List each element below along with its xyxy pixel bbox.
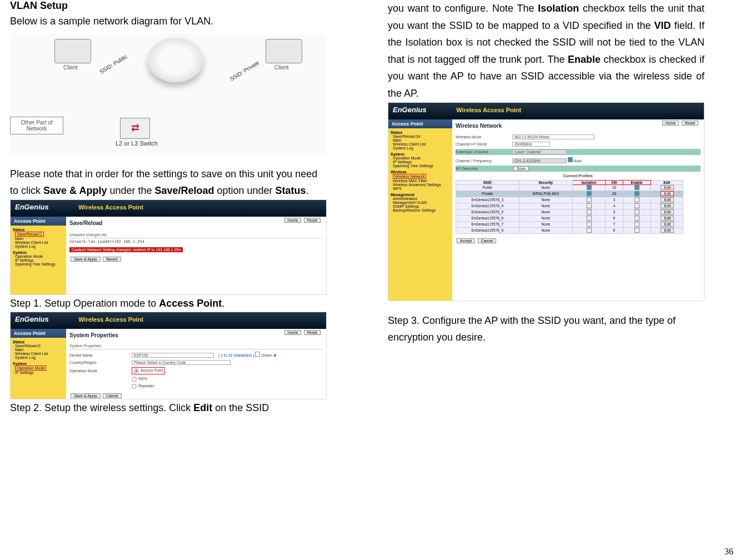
table-row: EnGenius115578_3None3Edit (456, 197, 683, 203)
green-checkbox[interactable] (255, 352, 260, 357)
checkbox[interactable] (587, 197, 592, 202)
ui3-it-mvlan[interactable]: Management VLAN (393, 201, 452, 204)
ui3-it-backup[interactable]: Backup/Restore Settings (393, 208, 452, 212)
edit-button[interactable]: Edit (661, 228, 674, 233)
cell-edit: Edit (651, 191, 683, 197)
checkbox[interactable] (587, 216, 592, 221)
ui3-it-stp[interactable]: Spanning Tree Settings (393, 164, 452, 168)
checkbox[interactable] (634, 228, 639, 233)
country-row: Country/Region Please Select a Country C… (69, 360, 323, 365)
edit-button[interactable]: Edit (661, 203, 674, 208)
accept-button[interactable]: Accept (457, 238, 475, 243)
device-name-input[interactable]: EAP150 (132, 353, 214, 358)
ext-select[interactable]: Lower Channel (512, 149, 567, 154)
ui3-topbar: EnGenius Wireless Access Point (388, 103, 704, 119)
ui2-it-wclist[interactable]: Wireless Client List (15, 352, 66, 356)
it-stp[interactable]: Spanning Tree Settings (15, 262, 66, 266)
revert-button[interactable]: Revert (103, 257, 121, 262)
ui3-it-snmp[interactable]: SNMP Settings (393, 204, 452, 208)
checkbox[interactable] (587, 191, 592, 196)
home-button[interactable]: Home (284, 218, 302, 223)
ui3-it-main[interactable]: Main (393, 138, 452, 142)
chan-auto-checkbox[interactable] (568, 157, 573, 162)
it-main[interactable]: Main (15, 237, 66, 241)
ssid-private-label: SSID: Private (229, 59, 261, 82)
opmode-wds-label: WDS (138, 377, 147, 381)
ui3-it-wps[interactable]: WPS (393, 187, 452, 191)
engenius-logo-3: EnGenius (393, 106, 427, 114)
checkbox[interactable] (587, 222, 592, 227)
opmode-wds-radio[interactable] (132, 377, 137, 382)
ui3-it-system-log[interactable]: System Log (393, 146, 452, 150)
checkbox[interactable] (634, 203, 639, 208)
opmode-rep-radio[interactable] (132, 384, 137, 389)
step2-post: on the SSID (212, 402, 269, 413)
cont-b2: VID (654, 20, 671, 31)
reset-button-3[interactable]: Reset (682, 121, 698, 126)
cell-edit: Edit (651, 197, 683, 203)
checkbox[interactable] (587, 228, 592, 233)
edit-button[interactable]: Edit (661, 197, 674, 202)
edit-button[interactable]: Edit (661, 185, 674, 190)
checkbox[interactable] (587, 203, 592, 208)
opmode-ap-radio[interactable] (134, 368, 139, 373)
checkbox[interactable] (634, 216, 639, 221)
ui3-it-wnet[interactable]: Wireless Network (393, 174, 452, 179)
edit-button[interactable]: Edit (661, 222, 674, 227)
ui1-sidebar: Access Point Status Save/Reload:1 Main W… (11, 217, 66, 294)
home-button-2[interactable]: Home (284, 330, 302, 335)
table-row: EnGenius115578_4None4Edit (456, 203, 683, 209)
ui3-it-wmac[interactable]: Wireless MAC Filter (393, 179, 452, 183)
home-button-3[interactable]: Home (662, 121, 679, 126)
ui2-it-main[interactable]: Main (15, 348, 66, 352)
ui2-it-savereload[interactable]: Save/Reload:9 (15, 344, 66, 348)
ui2-it-ip[interactable]: IP Settings (15, 371, 66, 374)
it-system-log[interactable]: System Log (15, 244, 66, 248)
cell-security: None (519, 209, 572, 215)
chan-row: Channel / Frequency Ch1-2.412GHz Auto (456, 157, 701, 163)
cell-ssid: EnGenius115578_6 (456, 215, 519, 221)
save-apply-button[interactable]: Save & Apply (71, 257, 101, 262)
edit-button[interactable]: Edit (661, 216, 674, 221)
reset-button[interactable]: Reset (304, 218, 321, 223)
checkbox[interactable] (634, 197, 639, 202)
opmode-row-wds: WDS (132, 377, 323, 382)
it-savereload[interactable]: Save/Reload:1 (15, 232, 66, 237)
chan-select[interactable]: Ch1-2.412GHz (512, 158, 567, 163)
switch-arrows-icon: ⇄ (121, 118, 149, 137)
it-ip[interactable]: IP Settings (15, 258, 66, 262)
checkbox[interactable] (634, 191, 639, 196)
step3-text: Step 3. Configure the AP with the SSID y… (388, 312, 704, 346)
ui2-it-opmode[interactable]: Operation Mode (15, 366, 66, 371)
reset-button-2[interactable]: Reset (304, 330, 321, 335)
checkbox[interactable] (634, 222, 639, 227)
country-select[interactable]: Please Select a Country Code (132, 360, 231, 365)
ui3-it-wclist[interactable]: Wireless Client List (393, 142, 452, 146)
ui3-it-ip[interactable]: IP Settings (393, 160, 452, 164)
ui3-it-savereload[interactable]: Save/Reload:24 (393, 134, 452, 138)
htmode-select[interactable]: 20/40MHz (512, 142, 550, 147)
ui2-it-system-log[interactable]: System Log (15, 356, 66, 359)
ui3-it-admin[interactable]: Administration (393, 197, 452, 201)
vlan-diagram: Client Client SSID: Public SSID: Private… (10, 33, 327, 154)
checkbox[interactable] (587, 209, 592, 214)
it-opmode[interactable]: Operation Mode (15, 254, 66, 258)
ui3-it-opmode[interactable]: Operation Mode (393, 156, 452, 160)
scan-button[interactable]: Scan (513, 166, 529, 171)
th-sec: Security (519, 180, 572, 184)
cell-edit: Edit (651, 203, 683, 209)
edit-button[interactable]: Edit (661, 209, 674, 214)
cancel-button-2[interactable]: Cancel (103, 393, 122, 398)
cancel-button-3[interactable]: Cancel (478, 238, 497, 243)
cell-ssid: Public (456, 184, 519, 191)
ui3-it-wadv[interactable]: Wireless Advanced Settings (393, 183, 452, 187)
it-wclist[interactable]: Wireless Client List (15, 241, 66, 244)
checkbox[interactable] (634, 185, 639, 190)
save-apply-button-2[interactable]: Save & Apply (71, 393, 101, 398)
device-name-row: Device Name EAP150 ( 1 to 32 characters … (69, 352, 323, 358)
checkbox[interactable] (587, 185, 592, 190)
checkbox[interactable] (634, 209, 639, 214)
wmode-select[interactable]: 802.11 B/G/N Mixed (512, 134, 594, 139)
edit-button[interactable]: Edit (661, 191, 674, 196)
cell-isolation (572, 184, 605, 191)
